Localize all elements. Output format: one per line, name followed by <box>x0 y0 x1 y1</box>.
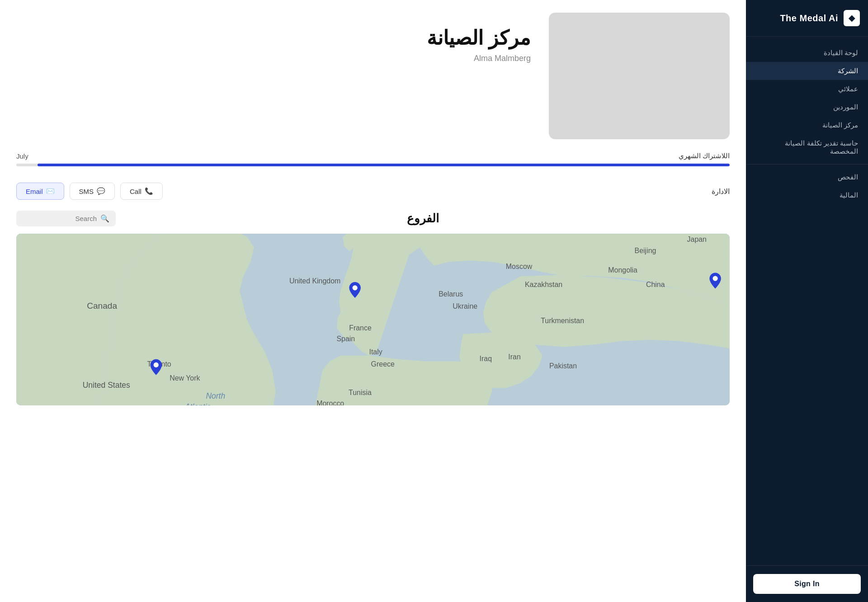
svg-text:Russia: Russia <box>581 234 608 235</box>
svg-text:Canada: Canada <box>87 301 117 310</box>
svg-text:Ukraine: Ukraine <box>453 302 477 310</box>
sms-icon: 💬 <box>97 187 105 195</box>
branches-header: الفروع 🔍 <box>16 211 730 226</box>
management-section: الادارة 📞 Call 💬 SMS ✉️ Email <box>16 176 730 206</box>
sidebar-item-maintenance[interactable]: مركز الصيانة <box>746 116 868 134</box>
sidebar-item-clients[interactable]: عملائي <box>746 80 868 98</box>
svg-text:China: China <box>646 281 665 288</box>
svg-text:Moscow: Moscow <box>506 263 533 270</box>
management-label: الادارة <box>712 187 730 196</box>
svg-text:Pakistan: Pakistan <box>549 362 577 370</box>
svg-text:North: North <box>206 391 225 400</box>
sign-in-button[interactable]: Sign In <box>753 574 861 594</box>
profile-info: مركز الصيانة Alma Malmberg <box>427 13 531 63</box>
svg-text:Spain: Spain <box>336 335 355 343</box>
subscription-label: اللاشتراك الشهري <box>679 152 730 160</box>
search-input[interactable] <box>24 215 97 222</box>
subscription-bar-fill <box>38 164 730 166</box>
svg-text:Kazakhstan: Kazakhstan <box>525 281 562 288</box>
call-button[interactable]: 📞 Call <box>120 183 163 200</box>
sidebar-item-suppliers[interactable]: الموردين <box>746 98 868 116</box>
svg-text:Atlantic: Atlantic <box>184 402 211 405</box>
svg-point-33 <box>154 362 159 367</box>
sidebar-item-company[interactable]: الشركة <box>746 62 868 80</box>
svg-text:Italy: Italy <box>369 348 382 356</box>
sms-button[interactable]: 💬 SMS <box>70 183 115 200</box>
search-icon: 🔍 <box>100 214 109 223</box>
sidebar-header: ◆ The Medal Ai <box>746 0 868 37</box>
svg-text:France: France <box>349 324 372 332</box>
email-button[interactable]: ✉️ Email <box>16 183 64 200</box>
search-wrapper: 🔍 <box>16 211 116 226</box>
management-actions: 📞 Call 💬 SMS ✉️ Email <box>16 183 163 200</box>
svg-text:Japan: Japan <box>687 235 707 243</box>
subscription-section: اللاشتراك الشهري July <box>16 152 730 166</box>
profile-section: مركز الصيانة Alma Malmberg <box>16 13 730 139</box>
svg-text:Morocco: Morocco <box>316 400 344 405</box>
subscription-month: July <box>16 152 28 160</box>
sidebar: ◆ The Medal Ai لوحة القيادة الشركة عملائ… <box>746 0 868 602</box>
phone-icon: 📞 <box>145 187 153 195</box>
sidebar-item-dashboard[interactable]: لوحة القيادة <box>746 44 868 62</box>
branches-section: الفروع 🔍 <box>16 211 730 405</box>
svg-text:Turkmenistan: Turkmenistan <box>541 317 584 325</box>
sidebar-item-calculator[interactable]: حاسبة تقدير تكلفة الصيانة المخصصة <box>746 134 868 160</box>
main-content: مركز الصيانة Alma Malmberg اللاشتراك الش… <box>0 0 746 602</box>
svg-text:Iran: Iran <box>508 353 520 361</box>
svg-point-34 <box>713 276 718 281</box>
sidebar-item-inspection[interactable]: الفحص <box>746 168 868 186</box>
sidebar-nav: لوحة القيادة الشركة عملائي الموردين مركز… <box>746 37 868 565</box>
company-name: مركز الصيانة <box>427 26 531 49</box>
svg-text:Belarus: Belarus <box>439 290 463 298</box>
svg-text:United Kingdom: United Kingdom <box>289 277 340 285</box>
svg-point-32 <box>353 285 358 290</box>
subscription-bar-track <box>16 164 730 166</box>
company-person: Alma Malmberg <box>427 54 531 63</box>
branches-title: الفروع <box>116 212 730 226</box>
svg-text:New York: New York <box>170 374 200 382</box>
subscription-header: اللاشتراك الشهري July <box>16 152 730 160</box>
map-svg: Greenland Iceland Sweden Norway Russia C… <box>16 234 730 405</box>
map-container: Greenland Iceland Sweden Norway Russia C… <box>16 234 730 405</box>
sidebar-item-finance[interactable]: المالية <box>746 186 868 204</box>
app-logo: ◆ <box>844 10 860 26</box>
svg-text:Iraq: Iraq <box>480 355 492 362</box>
svg-text:Greece: Greece <box>371 360 395 368</box>
company-image <box>549 13 730 139</box>
email-icon: ✉️ <box>46 187 55 195</box>
nav-divider <box>746 164 868 165</box>
svg-text:Mongolia: Mongolia <box>608 266 637 274</box>
sidebar-footer: Sign In <box>746 565 868 602</box>
svg-text:Tunisia: Tunisia <box>349 389 372 396</box>
svg-text:United States: United States <box>83 381 130 390</box>
app-title: The Medal Ai <box>780 13 838 24</box>
svg-text:Beijing: Beijing <box>635 247 656 254</box>
